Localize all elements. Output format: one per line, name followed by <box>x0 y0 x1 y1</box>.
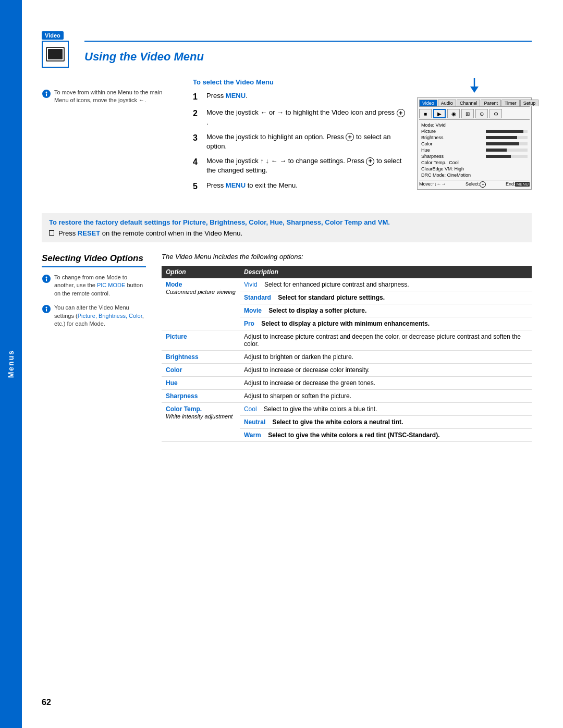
screen-tab-audio: Audio <box>438 100 456 106</box>
option-picture: Picture <box>162 330 240 350</box>
screen-icon-5: ⊙ <box>475 109 488 118</box>
option-desc-standard: Standard Select for standard picture set… <box>240 291 532 304</box>
step-4: 4 Move the joystick ↑ ↓ ← → to change se… <box>193 156 407 175</box>
sidebar-label: Menus <box>7 350 15 378</box>
square-bullet <box>49 230 54 236</box>
svg-point-9 <box>46 307 47 309</box>
svg-marker-4 <box>470 87 479 93</box>
option-colortemp: Color Temp. White intensity adjustment <box>162 402 240 441</box>
circle-plus-3: + <box>346 133 354 141</box>
page-header: Video Using the Video Menu <box>42 31 532 68</box>
screen-item-color: Color <box>421 141 528 146</box>
page-number: 62 <box>42 698 51 707</box>
screen-item-picture: Picture <box>421 129 528 134</box>
menu-key-5: MENU <box>226 181 246 189</box>
option-sharpness-desc: Adjust to sharpen or soften the picture. <box>240 389 532 402</box>
video-icon <box>46 47 65 61</box>
option-picture-desc: Adjust to increase picture contrast and … <box>240 330 532 350</box>
top-section: To move from within one Menu to the main… <box>42 78 532 198</box>
option-color: Color <box>162 363 240 376</box>
option-desc-pro: Pro Select to display a picture with min… <box>240 317 532 330</box>
bottom-right: The Video Menu includes the following op… <box>162 253 532 442</box>
table-row: Picture Adjust to increase picture contr… <box>162 330 532 350</box>
screen-item-hue: Hue <box>421 147 528 153</box>
note-box-2: To change from one Mode to another, use … <box>42 274 146 298</box>
screen-tab-setup: Setup <box>520 100 539 106</box>
table-row: Brightness Adjust to brighten or darken … <box>162 350 532 363</box>
table-row: Sharpness Adjust to sharpen or soften th… <box>162 389 532 402</box>
screen-tab-timer: Timer <box>501 100 520 106</box>
screen-tab-video: Video <box>419 100 437 106</box>
option-desc-movie: Movie Select to display a softer picture… <box>240 304 532 317</box>
option-mode: Mode Customized picture viewing <box>162 278 240 330</box>
step-2: 2 Move the joystick ← or → to highlight … <box>193 108 407 127</box>
restore-title: To restore the factory default settings … <box>49 218 524 226</box>
video-icon-box <box>42 41 69 68</box>
table-row: Color Temp. White intensity adjustment C… <box>162 402 532 415</box>
note-text-2: To change from one Mode to another, use … <box>54 274 146 298</box>
svg-rect-2 <box>46 94 47 96</box>
screen-item-colortemp: Color Temp.: Cool <box>421 160 528 165</box>
circle-plus-2: + <box>397 109 405 117</box>
menu-key-1: MENU <box>226 92 246 100</box>
table-row: Color Adjust to increase or decrease col… <box>162 363 532 376</box>
col-header-description: Description <box>240 266 532 278</box>
intro-text: The Video Menu includes the following op… <box>162 253 532 261</box>
step-3: 3 Move the joystick to highlight an opti… <box>193 132 407 151</box>
option-desc: Vivid Select for enhanced picture contra… <box>240 278 532 291</box>
svg-point-6 <box>46 277 47 278</box>
screen-icons-row: ■ ▶ ◉ ⊞ ⊙ ⚙ <box>419 108 530 120</box>
screen-icon-6: ⚙ <box>489 109 502 118</box>
screen-menu-list: Mode: Vivid Picture Brightness Color <box>419 121 530 180</box>
svg-rect-10 <box>46 309 47 312</box>
screen-item-clearedge: ClearEdge VM: High <box>421 166 528 171</box>
screen-footer: Move:↑↓←→ Select:+ End:MENU <box>419 180 530 188</box>
note-text-3: You can alter the Video Menu settings (P… <box>54 304 146 328</box>
option-cool-desc: Cool Select to give the white colors a b… <box>240 402 532 415</box>
screen-icon-2: ▶ <box>433 109 446 118</box>
screen-tab-parent: Parent <box>481 100 501 106</box>
screen-item-sharpness: Sharpness <box>421 154 528 159</box>
table-row: Hue Adjust to increase or decrease the g… <box>162 376 532 389</box>
left-sidebar: Menus <box>0 0 22 728</box>
title-line <box>84 41 532 42</box>
option-warm-desc: Warm Select to give the white colors a r… <box>240 428 532 441</box>
screen-item-drc: DRC Mode: CineMotion <box>421 172 528 178</box>
screen-sim-box: Video Audio Channel Parent Timer Setup ■… <box>417 97 532 190</box>
down-arrow-icon <box>468 78 481 94</box>
note-box-1: To move from within one Menu to the main… <box>42 89 177 105</box>
restore-note: To restore the factory default settings … <box>42 213 532 242</box>
restore-item: Press RESET on the remote control when i… <box>49 229 524 237</box>
note-icon-1 <box>42 89 51 98</box>
circle-plus-4: + <box>366 157 374 166</box>
option-hue-desc: Adjust to increase or decrease the green… <box>240 376 532 389</box>
screen-icon-3: ◉ <box>447 109 460 118</box>
bottom-section: Selecting Video Options To change from o… <box>42 253 532 442</box>
screen-tabs: Video Audio Channel Parent Timer Setup <box>419 100 530 107</box>
screen-simulation: Video Audio Channel Parent Timer Setup ■… <box>417 78 532 198</box>
note-icon-3 <box>42 304 51 314</box>
reset-key: RESET <box>78 229 100 237</box>
screen-icon-1: ■ <box>419 109 432 118</box>
note-icon-2 <box>42 274 51 283</box>
screen-icon-4: ⊞ <box>461 109 474 118</box>
step-list: 1 Press MENU. 2 Move the joystick ← or →… <box>193 91 407 192</box>
tv-screen-graphic <box>48 49 63 59</box>
page-title-section: Using the Video Menu <box>84 31 532 64</box>
page-title: Using the Video Menu <box>84 50 532 64</box>
main-content: Video Using the Video Menu To move f <box>42 31 532 442</box>
step-1: 1 Press MENU. <box>193 91 407 103</box>
svg-point-1 <box>46 92 47 93</box>
options-table: Option Description Mode Customized pictu… <box>162 266 532 442</box>
selecting-title: Selecting Video Options <box>42 253 146 267</box>
note-text-1: To move from within one Menu to the main… <box>54 89 177 105</box>
bottom-left: Selecting Video Options To change from o… <box>42 253 146 442</box>
svg-rect-7 <box>46 279 47 281</box>
select-section-title: To select the Video Menu <box>193 78 407 86</box>
screen-tab-channel: Channel <box>457 100 481 106</box>
table-header-row: Option Description <box>162 266 532 278</box>
option-sharpness: Sharpness <box>162 389 240 402</box>
step-5: 5 Press MENU to exit the Menu. <box>193 181 407 192</box>
table-row: Mode Customized picture viewing Vivid Se… <box>162 278 532 291</box>
right-column: To select the Video Menu 1 Press MENU. 2… <box>193 78 532 198</box>
